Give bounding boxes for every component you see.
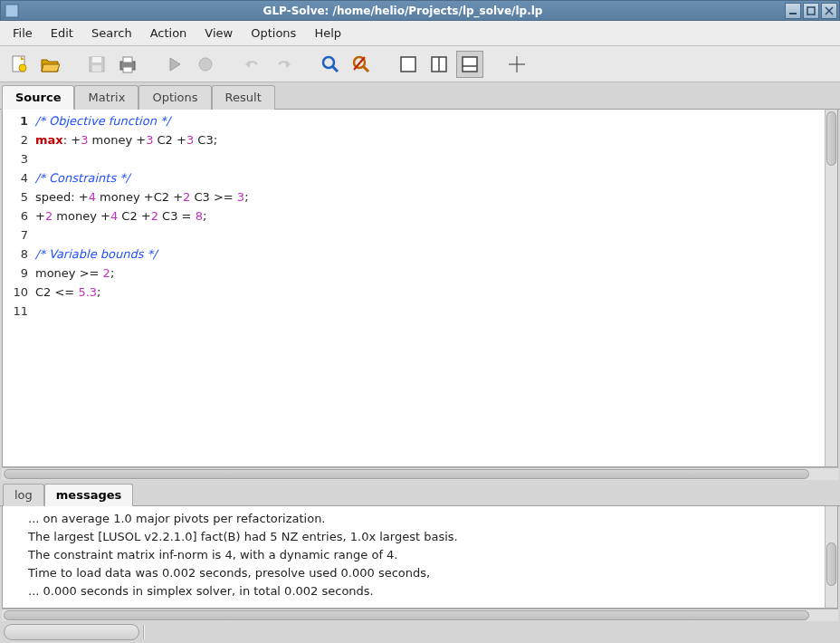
new-file-button[interactable]: [5, 51, 33, 78]
code-line[interactable]: C2 <= 5.3;: [35, 283, 825, 302]
toolbar: [0, 46, 840, 82]
message-line: ... 0.000 seconds in simplex solver, in …: [28, 582, 825, 600]
menu-edit[interactable]: Edit: [42, 23, 82, 43]
status-progress: [4, 624, 139, 640]
messages-vertical-scrollbar[interactable]: [825, 506, 837, 608]
status-separator: [143, 625, 145, 639]
code-line[interactable]: [35, 149, 825, 168]
line-number: 5: [3, 187, 28, 206]
line-number: 8: [3, 245, 28, 264]
svg-rect-9: [92, 57, 101, 62]
source-editor[interactable]: 1234567891011 /* Objective function */ma…: [2, 110, 838, 467]
code-area[interactable]: /* Objective function */max: +3 money +3…: [32, 110, 825, 466]
svg-line-19: [332, 66, 338, 72]
code-line[interactable]: max: +3 money +3 C2 +3 C3;: [35, 130, 825, 149]
tab-matrix[interactable]: Matrix: [74, 85, 138, 110]
code-line[interactable]: speed: +4 money +C2 +2 C3 >= 3;: [35, 187, 825, 206]
scrollbar-thumb[interactable]: [4, 610, 809, 620]
code-line[interactable]: money >= 2;: [35, 264, 825, 283]
menu-view[interactable]: View: [196, 23, 242, 43]
menu-file[interactable]: File: [4, 23, 42, 43]
tab-messages[interactable]: messages: [44, 484, 133, 506]
svg-rect-23: [401, 57, 415, 72]
svg-rect-10: [92, 65, 101, 72]
svg-rect-0: [5, 5, 18, 17]
svg-rect-12: [123, 57, 132, 62]
layout-3-button[interactable]: [456, 51, 483, 78]
menu-options[interactable]: Options: [242, 23, 305, 43]
undo-button[interactable]: [239, 51, 266, 78]
editor-horizontal-scrollbar[interactable]: [2, 467, 838, 480]
menu-search[interactable]: Search: [82, 23, 141, 43]
redo-button[interactable]: [270, 51, 297, 78]
code-line[interactable]: /* Constraints */: [35, 168, 825, 187]
line-number: 9: [3, 264, 28, 283]
line-number: 1: [3, 111, 28, 130]
svg-marker-14: [170, 58, 180, 71]
save-button[interactable]: [83, 51, 110, 78]
line-number-gutter: 1234567891011: [3, 110, 32, 466]
message-line: ... on average 1.0 major pivots per refa…: [28, 510, 825, 528]
status-bar: [0, 621, 840, 643]
code-line[interactable]: [35, 226, 825, 245]
minimize-button[interactable]: [785, 3, 801, 19]
svg-marker-17: [286, 61, 291, 68]
tab-result[interactable]: Result: [212, 85, 275, 110]
main-tabs: Source Matrix Options Result: [0, 82, 840, 110]
line-number: 2: [3, 130, 28, 149]
scrollbar-thumb[interactable]: [826, 111, 836, 166]
scrollbar-thumb[interactable]: [826, 542, 836, 586]
app-icon: [5, 4, 19, 18]
messages-pane: ... on average 1.0 major pivots per refa…: [2, 506, 838, 609]
editor-vertical-scrollbar[interactable]: [825, 110, 837, 466]
message-line: The constraint matrix inf-norm is 4, wit…: [28, 546, 825, 564]
title-bar: GLP-Solve: /home/helio/Projects/lp_solve…: [0, 0, 840, 21]
line-number: 7: [3, 226, 28, 245]
maximize-button[interactable]: [803, 3, 819, 19]
svg-rect-2: [807, 7, 815, 14]
find-button[interactable]: [317, 51, 344, 78]
layout-2-button[interactable]: [425, 51, 453, 78]
line-number: 6: [3, 206, 28, 226]
line-number: 3: [3, 149, 28, 168]
run-button[interactable]: [161, 51, 188, 78]
menu-help[interactable]: Help: [305, 23, 350, 43]
menu-bar: File Edit Search Action View Options Hel…: [0, 21, 840, 46]
tab-source[interactable]: Source: [2, 85, 74, 110]
close-button[interactable]: [821, 3, 837, 19]
message-line: Time to load data was 0.002 seconds, pre…: [28, 564, 825, 582]
svg-rect-26: [463, 57, 477, 72]
crosshair-button[interactable]: [503, 51, 530, 78]
print-button[interactable]: [114, 51, 141, 78]
svg-rect-13: [123, 67, 132, 72]
window-title: GLP-Solve: /home/helio/Projects/lp_solve…: [23, 5, 783, 17]
line-number: 4: [3, 168, 28, 187]
scrollbar-thumb[interactable]: [4, 469, 809, 479]
svg-marker-16: [245, 61, 250, 68]
line-number: 10: [3, 283, 28, 302]
code-line[interactable]: [35, 302, 825, 321]
svg-line-21: [363, 66, 368, 72]
line-number: 11: [3, 302, 28, 321]
menu-action[interactable]: Action: [141, 23, 196, 43]
messages-horizontal-scrollbar[interactable]: [2, 609, 838, 621]
open-file-button[interactable]: [36, 51, 63, 78]
svg-point-15: [199, 58, 212, 71]
layout-1-button[interactable]: [395, 51, 422, 78]
svg-point-7: [19, 64, 26, 72]
code-line[interactable]: +2 money +4 C2 +2 C3 = 8;: [35, 206, 825, 226]
message-line: The largest [LUSOL v2.2.1.0] fact(B) had…: [28, 528, 825, 546]
output-tabs: log messages: [0, 480, 840, 506]
find-replace-button[interactable]: [348, 51, 375, 78]
stop-button[interactable]: [192, 51, 219, 78]
code-line[interactable]: /* Variable bounds */: [35, 245, 825, 264]
code-line[interactable]: /* Objective function */: [35, 111, 825, 130]
tab-options[interactable]: Options: [138, 85, 211, 110]
messages-content[interactable]: ... on average 1.0 major pivots per refa…: [3, 506, 825, 608]
tab-log[interactable]: log: [3, 484, 44, 506]
